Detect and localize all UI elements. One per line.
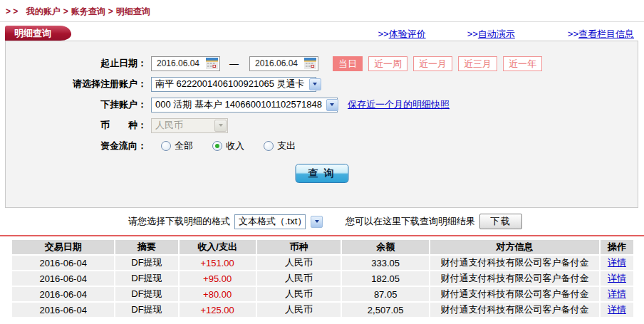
link-prefix: >> [378,28,388,39]
flow-radio-option[interactable]: 支出 [264,140,296,152]
cell-amount: +125.00 [180,303,256,317]
cell-balance: 87.05 [342,287,429,301]
register-account-label: 请选择注册账户： [6,78,147,90]
cell-action: 详情 [601,303,633,317]
cell-amount: +151.00 [180,256,256,270]
download-format-label: 请您选择下载明细的格式 [128,215,230,228]
range-button[interactable]: 近三月 [458,56,497,71]
chevron-down-icon [311,216,323,228]
download-button[interactable]: 下载 [479,214,522,229]
range-button[interactable]: 当日 [333,56,363,71]
table-header-cell: 收入/支出 [180,240,256,254]
detail-link[interactable]: 详情 [608,288,626,299]
radio-icon [264,141,274,151]
register-account-value: 南平 6222001406100921065 灵通卡 [152,78,308,90]
cell-action: 详情 [601,287,633,301]
table-header-cell: 交易日期 [12,240,114,254]
query-button[interactable]: 查 询 [295,164,348,183]
date-from-field[interactable] [151,56,220,71]
date-range-dash: — [229,58,239,69]
currency-value: 人民币 [152,119,214,132]
radio-icon [212,141,222,151]
cell-trade-date: 2016-06-04 [12,271,114,286]
chevron-down-icon [214,120,227,132]
calendar-icon[interactable] [304,58,316,69]
currency-select: 人民币 [151,118,228,133]
link-prefix: >> [467,28,478,39]
flow-row: 资金流向： 全部收入支出 [6,137,638,155]
cell-counterparty: 财付通支付科技有限公司客户备付金 [430,271,599,286]
radio-label: 全部 [175,140,193,152]
flow-label: 资金流向： [6,140,147,152]
cell-summary: DF提现 [115,271,177,286]
top-link[interactable]: >>体验评价 [378,28,425,41]
flow-radio-option[interactable]: 收入 [212,140,244,152]
top-link[interactable]: >>自动演示 [467,28,515,41]
query-panel: 起止日期： — [5,41,638,208]
breadcrumb-item: >明细查询 [105,6,150,16]
table-row: 2016-06-04 DF提现 +125.00 人民币 2,507.05 财付通… [12,303,633,317]
range-button[interactable]: 近一月 [413,56,452,71]
cell-amount: +95.00 [180,271,256,286]
transactions-table: 交易日期摘要收入/支出币种余额对方信息操作 2016-06-04 DF提现 +1… [11,239,635,318]
table-row: 2016-06-04 DF提现 +151.00 人民币 333.05 财付通支付… [12,256,633,270]
calendar-icon[interactable] [206,58,218,69]
date-to-input[interactable] [250,58,303,68]
sub-account-row: 下挂账户： 000 活期 基本户 1406600101102571848 保存近… [6,95,638,114]
table-row: 2016-06-04 DF提现 +95.00 人民币 182.05 财付通支付科… [12,271,633,286]
table-header-cell: 操作 [601,240,633,254]
breadcrumb-link[interactable]: 账务查询 [71,6,105,16]
flow-options: 全部收入支出 [161,140,315,152]
download-format-value: 文本格式（.txt） [235,215,310,228]
flow-radio-option[interactable]: 全部 [161,140,193,152]
chevron-down-icon [326,99,338,111]
currency-label: 币 种： [6,119,147,132]
date-range-row: 起止日期： — [6,54,638,73]
start-end-date-label: 起止日期： [6,57,147,70]
detail-link[interactable]: 详情 [608,257,626,268]
cell-balance: 2,507.05 [342,303,429,317]
cell-balance: 333.05 [342,256,429,270]
register-account-row: 请选择注册账户： 南平 6222001406100921065 灵通卡 [6,75,638,93]
cell-amount: +80.00 [180,287,256,301]
radio-label: 收入 [226,140,244,152]
cell-action: 详情 [601,271,633,286]
cell-counterparty: 财付通支付科技有限公司客户备付金 [430,256,599,270]
breadcrumb-link[interactable]: 明细查询 [116,6,150,16]
register-account-select[interactable]: 南平 6222001406100921065 灵通卡 [151,77,316,92]
sub-account-value: 000 活期 基本户 1406600101102571848 [152,98,326,111]
chevron-down-icon [309,78,321,90]
cell-summary: DF提现 [115,303,177,317]
table-header-cell: 对方信息 [430,240,599,254]
link-prefix: >> [568,28,578,39]
cell-action: 详情 [601,256,633,270]
cell-counterparty: 财付通支付科技有限公司客户备付金 [430,303,599,317]
cell-currency: 人民币 [257,303,341,317]
download-row: 请您选择下载明细的格式 文本格式（.txt） 您可以在这里下载查询明细结果 下载 [0,213,644,230]
cell-summary: DF提现 [115,287,177,301]
range-button[interactable]: 近一年 [503,56,542,71]
range-button[interactable]: 近一周 [368,56,407,71]
breadcrumb-item: 我的账户 [21,6,61,16]
radio-label: 支出 [277,140,296,152]
breadcrumb-prefix: > > [6,6,18,16]
cell-balance: 182.05 [342,271,429,286]
download-format-select[interactable]: 文本格式（.txt） [234,214,306,229]
snapshot-link[interactable]: 保存近一个月的明细快照 [348,98,450,111]
cell-currency: 人民币 [257,287,341,301]
top-divider [0,21,644,22]
sub-account-select[interactable]: 000 活期 基本户 1406600101102571848 [151,98,338,113]
cell-trade-date: 2016-06-04 [12,287,114,301]
date-to-field[interactable] [249,56,318,71]
detail-link[interactable]: 详情 [608,273,626,283]
cell-currency: 人民币 [257,271,341,286]
radio-icon [161,141,171,151]
download-hint: 您可以在这里下载查询明细结果 [346,215,475,228]
top-links: >>体验评价>>自动演示>>查看栏目信息 [0,28,634,41]
breadcrumb-item: >账务查询 [61,6,105,16]
detail-link[interactable]: 详情 [608,304,626,315]
top-link[interactable]: >>查看栏目信息 [568,28,634,41]
date-from-input[interactable] [152,58,204,68]
cell-currency: 人民币 [257,256,341,270]
breadcrumb-link[interactable]: 我的账户 [26,6,61,16]
